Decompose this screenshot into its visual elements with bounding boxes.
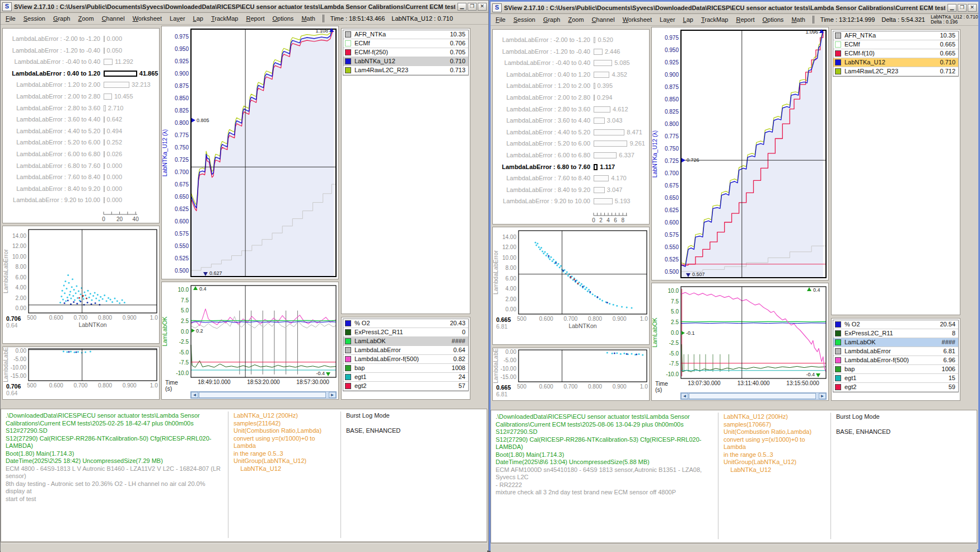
histogram-row-label[interactable]: LambdaLabError : 2.00 to 2.80 bbox=[5, 93, 100, 100]
histogram-row-label[interactable]: LambdaLabError : 2.00 to 2.80 bbox=[495, 94, 590, 101]
menu-item-session[interactable]: Session bbox=[20, 14, 49, 23]
scroll-right-arrow-icon[interactable]: ► bbox=[329, 392, 336, 398]
menu-item-channel[interactable]: Channel bbox=[588, 15, 619, 24]
menu-item-lap[interactable]: Lap bbox=[189, 14, 207, 23]
histogram-row-label[interactable]: LambdaLabError : 3.60 to 4.40 bbox=[5, 116, 100, 123]
histogram-row-label[interactable]: LambdaLabError : 6.00 to 6.80 bbox=[5, 151, 100, 157]
menu-item-layer[interactable]: Layer bbox=[656, 15, 679, 24]
menu-item-report[interactable]: Report bbox=[732, 15, 758, 24]
histogram-row-label[interactable]: LambdaLabError : 6.80 to 7.60 bbox=[5, 162, 100, 169]
histogram-row-label[interactable]: LambdaLabError : -2.00 to -1.20 bbox=[5, 35, 100, 42]
histogram-row-label[interactable]: LambdaLabError : -0.40 to 0.40 bbox=[495, 59, 590, 66]
legend-row-lamlabok[interactable]: LamLabOK#### bbox=[343, 337, 468, 346]
left-main[interactable]: 0.9750.9500.9250.9000.8750.8500.8250.800… bbox=[162, 26, 338, 279]
menu-item-trackmap[interactable]: TrackMap bbox=[697, 15, 732, 24]
histogram-row-label[interactable]: LambdaLabError : 4.40 to 5.20 bbox=[495, 129, 590, 135]
right-lower[interactable]: 10.07.55.02.50.0-2.5-5.0-7.5-10.013:07:3… bbox=[652, 283, 828, 400]
menu-item-file[interactable]: File bbox=[492, 15, 510, 24]
histogram-row-label[interactable]: LambdaLabError : 6.80 to 7.60 bbox=[495, 163, 590, 170]
histogram-row-label[interactable]: LambdaLabError : 2.80 to 3.60 bbox=[5, 105, 100, 111]
legend-row-lambdalaberror-f-500-[interactable]: LambdaLabError-f(500)6.96 bbox=[833, 356, 958, 365]
histogram-row-label[interactable]: LambdaLabError : 9.20 to 10.00 bbox=[495, 198, 590, 204]
time-scrollbar[interactable]: ◄► bbox=[680, 392, 827, 400]
close-button[interactable]: ✕ bbox=[478, 3, 487, 11]
menu-item-report[interactable]: Report bbox=[242, 14, 268, 23]
menu-item-math[interactable]: Math bbox=[297, 14, 319, 23]
menu-item-worksheet[interactable]: Worksheet bbox=[129, 14, 166, 23]
menu-item-options[interactable]: Options bbox=[268, 14, 297, 23]
legend-row-lamlabok[interactable]: LamLabOK#### bbox=[833, 338, 958, 347]
legend-row-egt2[interactable]: egt259 bbox=[833, 383, 958, 392]
scroll-right-arrow-icon[interactable]: ► bbox=[819, 393, 826, 399]
menu-item-options[interactable]: Options bbox=[758, 15, 787, 24]
menu-item-worksheet[interactable]: Worksheet bbox=[619, 15, 656, 24]
menu-item-channel[interactable]: Channel bbox=[98, 14, 129, 23]
menu-item-zoom[interactable]: Zoom bbox=[564, 15, 587, 24]
right-main[interactable]: 0.9750.9500.9250.9000.8750.8500.8250.800… bbox=[652, 27, 828, 280]
histogram-row-label[interactable]: LambdaLabError : 4.40 to 5.20 bbox=[5, 128, 100, 134]
histogram-row-label[interactable]: LambdaLabError : 1.20 to 2.00 bbox=[495, 82, 590, 89]
menu-item-lap[interactable]: Lap bbox=[679, 15, 697, 24]
histogram-row-label[interactable]: LambdaLabError : 8.40 to 9.20 bbox=[5, 185, 100, 192]
legend-row-lambdalaberror[interactable]: LambdaLabError6.81 bbox=[833, 347, 958, 356]
histogram-row-label[interactable]: LambdaLabError : 5.20 to 6.00 bbox=[5, 139, 100, 146]
menu-item-session[interactable]: Session bbox=[510, 15, 539, 24]
histogram-row-label[interactable]: LambdaLabError : 1.20 to 2.00 bbox=[5, 81, 100, 88]
scroll-left-arrow-icon[interactable]: ◄ bbox=[191, 392, 198, 398]
legend-row-ecmf-f-250-[interactable]: ECMf-f(250)0.705 bbox=[343, 48, 468, 57]
legend-row-lambdalaberror[interactable]: LambdaLabError0.64 bbox=[343, 346, 468, 355]
histogram-row-label[interactable]: LambdaLabError : 0.40 to 1.20 bbox=[5, 70, 100, 77]
histogram-row-label[interactable]: LambdaLabError : 0.40 to 1.20 bbox=[495, 71, 590, 78]
minimize-button[interactable]: ▁ bbox=[458, 3, 466, 11]
menu-item-graph[interactable]: Graph bbox=[539, 15, 564, 24]
legend-row-ecmf-f-10-[interactable]: ECMf-f(10)0.665 bbox=[833, 49, 958, 58]
menu-item-math[interactable]: Math bbox=[787, 15, 809, 24]
histogram-row-label[interactable]: LambdaLabError : 8.40 to 9.20 bbox=[495, 186, 590, 193]
right-scatter1[interactable]: 14.0012.0010.008.006.004.002.000.005000.… bbox=[493, 227, 649, 344]
legend-row--o2[interactable]: % O220.43 bbox=[343, 319, 468, 328]
legend-row-expressl2c-r11[interactable]: ExPressL2C_R118 bbox=[833, 329, 958, 338]
menu-item-file[interactable]: File bbox=[2, 14, 20, 23]
histogram-row-label[interactable]: LambdaLabError : 7.60 to 8.40 bbox=[495, 175, 590, 181]
left-lower[interactable]: 10.07.55.02.50.0-2.5-5.0-7.5-10.018:49:1… bbox=[162, 282, 338, 399]
legend-row-egt1[interactable]: egt124 bbox=[343, 373, 468, 382]
menu-item-layer[interactable]: Layer bbox=[166, 14, 189, 23]
legend-row-lam4rawl2c-r23[interactable]: Lam4RawL2C_R230.712 bbox=[833, 67, 958, 76]
titlebar[interactable]: S SView 2.17.10 : C:\Users\Public\Docume… bbox=[491, 2, 978, 14]
time-scrollbar[interactable]: ◄► bbox=[190, 391, 337, 399]
histogram-row-label[interactable]: LambdaLabError : 2.80 to 3.60 bbox=[495, 106, 590, 113]
histogram-row-label[interactable]: LambdaLabError : 3.60 to 4.40 bbox=[495, 117, 590, 124]
scroll-thumb[interactable] bbox=[689, 393, 816, 399]
close-button[interactable]: ✕ bbox=[968, 4, 977, 12]
scroll-left-arrow-icon[interactable]: ◄ bbox=[681, 393, 688, 399]
legend-row-lambdalaberror-f-500-[interactable]: LambdaLabError-f(500)0.82 bbox=[343, 355, 468, 364]
titlebar[interactable]: S SView 2.17.10 : C:\Users\Public\Docume… bbox=[1, 1, 488, 13]
histogram-row-label[interactable]: LambdaLabError : -1.20 to -0.40 bbox=[5, 47, 100, 54]
legend-row-egt1[interactable]: egt115 bbox=[833, 374, 958, 383]
legend-row-lam4rawl2c-r23[interactable]: Lam4RawL2C_R230.713 bbox=[343, 66, 468, 75]
histogram-row-label[interactable]: LambdaLabError : 7.60 to 8.40 bbox=[5, 174, 100, 180]
histogram-row-label[interactable]: LambdaLabError : 9.20 to 10.00 bbox=[5, 197, 100, 203]
right-scatter2[interactable]: 0.00-5.00-10.00-15.005000.6000.7000.8000… bbox=[493, 348, 649, 400]
legend-row-labntka-u12[interactable]: LabNTKa_U120.710 bbox=[833, 58, 958, 67]
histogram-row-label[interactable]: LambdaLabError : 6.00 to 6.80 bbox=[495, 152, 590, 158]
menu-item-zoom[interactable]: Zoom bbox=[74, 14, 97, 23]
legend-row-bap[interactable]: bap1006 bbox=[833, 365, 958, 374]
legend-row-afr-ntka[interactable]: AFR_NTKa10.35 bbox=[833, 31, 958, 40]
scroll-thumb[interactable] bbox=[199, 392, 326, 398]
legend-row-ecmf[interactable]: ECMf0.706 bbox=[343, 39, 468, 48]
legend-row-bap[interactable]: bap1008 bbox=[343, 364, 468, 373]
legend-row--o2[interactable]: % O220.54 bbox=[833, 320, 958, 329]
histogram-row-label[interactable]: LambdaLabError : -2.00 to -1.20 bbox=[495, 36, 590, 43]
legend-row-afr-ntka[interactable]: AFR_NTKa10.35 bbox=[343, 30, 468, 39]
legend-row-expressl2c-r11[interactable]: ExPressL2C_R110 bbox=[343, 328, 468, 337]
histogram-row-label[interactable]: LambdaLabError : -1.20 to -0.40 bbox=[495, 48, 590, 55]
histogram-row-label[interactable]: LambdaLabError : -0.40 to 0.40 bbox=[5, 58, 100, 65]
menu-item-trackmap[interactable]: TrackMap bbox=[207, 14, 242, 23]
left-scatter1[interactable]: 14.0012.0010.008.006.004.002.000.005000.… bbox=[3, 226, 159, 343]
maximize-button[interactable]: ❐ bbox=[468, 3, 477, 11]
menu-item-graph[interactable]: Graph bbox=[49, 14, 74, 23]
histogram-row-label[interactable]: LambdaLabError : 5.20 to 6.00 bbox=[495, 140, 590, 147]
minimize-button[interactable]: ▁ bbox=[948, 4, 956, 12]
legend-row-labntka-u12[interactable]: LabNTKa_U120.710 bbox=[343, 57, 468, 66]
